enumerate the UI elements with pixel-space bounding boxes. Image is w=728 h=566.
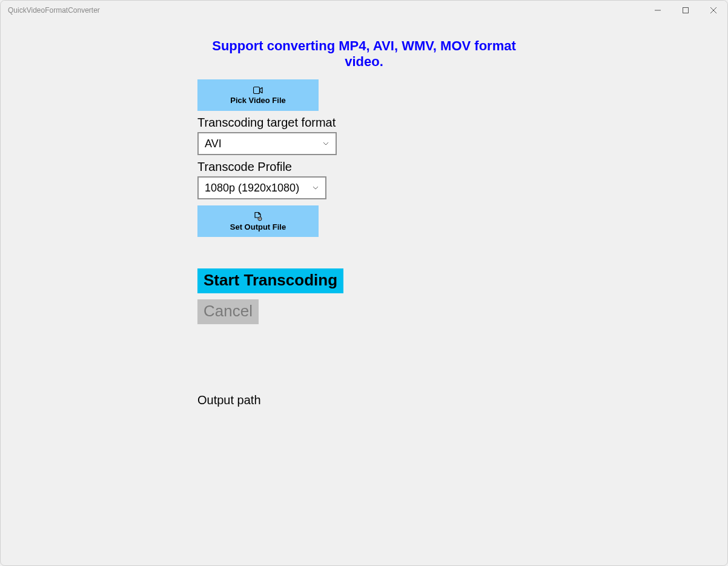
profile-combobox[interactable]: 1080p (1920x1080) [197, 176, 326, 199]
app-window: QuickVideoFormatConverter Support conver… [0, 0, 728, 566]
maximize-icon [683, 7, 689, 13]
cancel-button[interactable]: Cancel [197, 299, 259, 324]
format-value: AVI [205, 138, 222, 150]
minimize-icon [655, 7, 661, 13]
pick-video-button[interactable]: Pick Video File [197, 79, 319, 111]
format-label: Transcoding target format [197, 116, 531, 130]
chevron-down-icon [322, 140, 329, 147]
svg-rect-1 [683, 8, 689, 13]
banner-text: Support converting MP4, AVI, WMV, MOV fo… [197, 38, 531, 70]
maximize-button[interactable] [672, 1, 700, 20]
content-area: Support converting MP4, AVI, WMV, MOV fo… [1, 20, 727, 565]
chevron-down-icon [312, 184, 319, 191]
set-output-button[interactable]: Set Output File [197, 205, 319, 237]
file-settings-icon [253, 211, 263, 221]
format-combobox[interactable]: AVI [197, 132, 337, 155]
window-title: QuickVideoFormatConverter [8, 6, 100, 15]
set-output-label: Set Output File [230, 222, 286, 231]
window-controls [644, 1, 727, 20]
minimize-button[interactable] [644, 1, 672, 20]
profile-value: 1080p (1920x1080) [205, 182, 299, 195]
svg-rect-4 [254, 87, 260, 93]
video-icon [253, 86, 263, 95]
close-icon [710, 7, 716, 13]
pick-video-label: Pick Video File [230, 96, 286, 105]
titlebar: QuickVideoFormatConverter [1, 1, 727, 20]
svg-point-5 [258, 217, 262, 221]
profile-label: Transcode Profile [197, 160, 531, 174]
form-column: Support converting MP4, AVI, WMV, MOV fo… [197, 38, 531, 565]
output-path-label: Output path [197, 393, 531, 407]
start-transcoding-button[interactable]: Start Transcoding [197, 268, 343, 293]
close-button[interactable] [700, 1, 727, 20]
